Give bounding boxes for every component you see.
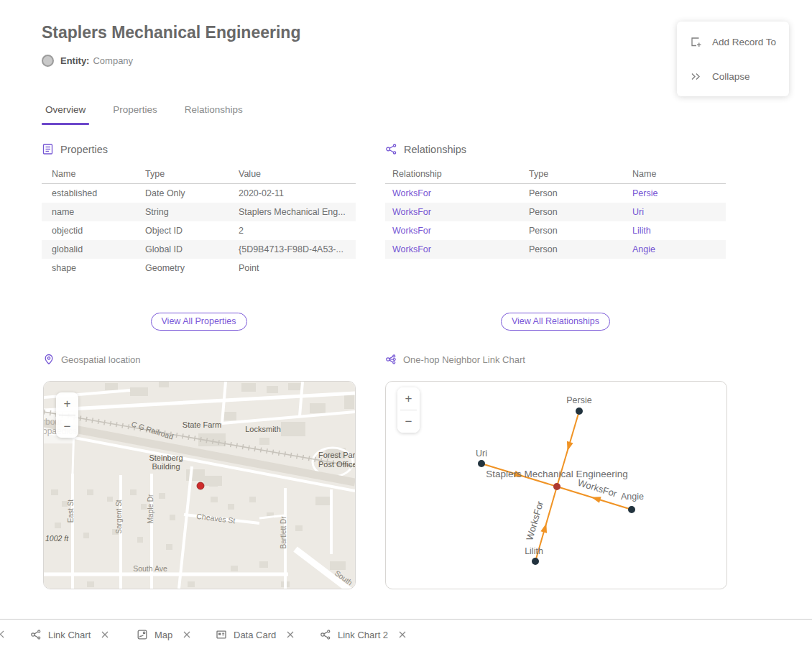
map-zoom-in-button[interactable]: + [56,392,78,415]
bottom-tab-label: Link Chart 2 [338,630,388,640]
close-icon[interactable] [399,631,406,638]
svg-text:Locksmith: Locksmith [245,425,281,433]
link-chart-icon [320,629,331,640]
add-record-icon [690,36,702,48]
data-card-icon [216,629,227,640]
svg-text:Maple Dr: Maple Dr [147,494,154,523]
map-marker[interactable] [197,482,204,489]
properties-icon [42,143,54,155]
node-lilith[interactable] [532,558,539,565]
tab-properties[interactable]: Properties [109,104,161,125]
property-row: establishedDate Only2020-02-11 [42,184,356,203]
menu-item-add-record-to[interactable]: Add Record To [677,24,789,59]
tab-relationships[interactable]: Relationships [181,104,246,125]
relationships-section-header: Relationships [385,143,726,155]
col-header-name: Name [42,165,145,184]
close-icon[interactable] [183,631,190,638]
geospatial-map[interactable]: + − [43,381,356,589]
bottom-tab-label: Link Chart [48,630,91,640]
view-all-properties-button[interactable]: View All Properties [151,313,247,331]
link-chart-canvas: WorksForWorksForStaplers Mechanical Engi… [386,382,725,587]
one-hop-link-chart[interactable]: + − WorksForWorksForStaplers Mechanical … [385,381,727,589]
related-entity-link[interactable]: Persie [632,188,658,198]
col-header-name: Name [632,165,726,184]
col-header-type: Type [529,165,632,184]
node-label-persie: Persie [566,395,591,405]
properties-section-header: Properties [42,143,356,155]
property-row: nameStringStaplers Mechanical Eng... [42,203,356,221]
entity-type: Company [93,55,133,66]
bottom-tab-link-chart[interactable]: Link Chart [30,620,109,649]
menu-item-label: Add Record To [712,37,776,47]
relationship-row: WorksForPersonPersie [385,184,726,203]
related-entity-link[interactable]: Angie [632,244,655,254]
node-persie[interactable] [576,408,583,415]
linkchart-zoom-out-button[interactable]: − [397,410,420,433]
svg-text:South Ave: South Ave [133,564,167,573]
relationships-table-header: Relationship Type Name [385,165,726,184]
node-uri[interactable] [478,460,485,467]
related-entity-link[interactable]: Uri [632,207,644,217]
entity-label: Entity: [60,55,89,66]
svg-text:Steinberg: Steinberg [149,454,183,462]
view-all-relationships-button[interactable]: View All Relationships [501,313,610,331]
related-entity-link[interactable]: Lilith [632,226,651,236]
bottom-tab-label: Map [154,630,172,640]
node-angie[interactable] [628,506,635,513]
menu-item-collapse[interactable]: Collapse [677,59,789,93]
basemap: C G Railroad State Farm Locksmith Steinb… [44,382,355,589]
partial-tab-close-icon[interactable] [0,628,4,641]
relationship-link[interactable]: WorksFor [392,226,431,236]
relationships-icon [385,143,397,155]
linkchart-zoom-in-button[interactable]: + [397,387,420,410]
svg-text:1002 ft: 1002 ft [45,534,69,543]
context-menu: Add Record To Collapse [677,22,789,96]
svg-text:Sargent St: Sargent St [115,500,123,533]
svg-text:Forest Park: Forest Park [318,451,355,459]
map-zoom-control: + − [56,392,78,438]
link-chart-icon [385,354,397,365]
relationship-link[interactable]: WorksFor [392,188,431,198]
view-all-relationships-row: View All Relationships [385,313,726,331]
bottom-tab-link-chart-2[interactable]: Link Chart 2 [320,620,406,649]
properties-section-title: Properties [60,144,108,155]
properties-section: Properties Name Type Value establishedDa… [42,143,356,277]
edge-arrow [567,441,573,451]
node-label-lilith: Lilith [525,546,543,556]
relationships-table: Relationship Type Name WorksForPersonPer… [385,165,726,259]
linkchart-section-title: One-hop Neighbor Link Chart [403,354,525,365]
col-header-value: Value [239,165,356,184]
data-card-screen: Staplers Mechanical Engineering Entity: … [0,0,812,649]
close-icon[interactable] [287,631,294,638]
bottom-tab-map[interactable]: Map [137,620,190,649]
close-icon[interactable] [101,631,109,638]
relationship-link[interactable]: WorksFor [392,244,431,254]
map-icon [137,629,148,640]
node-label-center: Staplers Mechanical Engineering [486,469,627,479]
bottom-tab-label: Data Card [234,630,276,640]
property-row: shapeGeometryPoint [42,259,356,277]
map-pin-icon [43,354,55,365]
collapse-icon [690,70,702,83]
relationship-link[interactable]: WorksFor [392,207,431,217]
entity-row: Entity: Company [42,55,133,67]
node-label-uri: Uri [476,448,487,459]
svg-text:State Farm: State Farm [183,420,221,429]
svg-text:Post Office: Post Office [318,460,355,469]
relationship-row: WorksForPersonAngie [385,240,726,259]
tab-overview[interactable]: Overview [42,104,89,125]
edge-arrow [540,523,547,533]
bottom-tab-data-card[interactable]: Data Card [216,620,294,649]
tab-strip: Overview Properties Relationships [42,104,246,125]
page-title: Staplers Mechanical Engineering [42,23,300,42]
map-section-header: Geospatial location [43,354,141,365]
node-label-angie: Angie [621,492,644,502]
linkchart-zoom-control: + − [397,387,420,433]
map-zoom-out-button[interactable]: − [56,415,78,438]
col-header-relationship: Relationship [385,165,529,184]
linkchart-section-header: One-hop Neighbor Link Chart [385,354,525,365]
col-header-type: Type [145,165,239,184]
edge-label: WorksFor [576,477,619,500]
svg-text:Bartlett Dr: Bartlett Dr [280,516,287,549]
node-center[interactable] [553,483,560,490]
